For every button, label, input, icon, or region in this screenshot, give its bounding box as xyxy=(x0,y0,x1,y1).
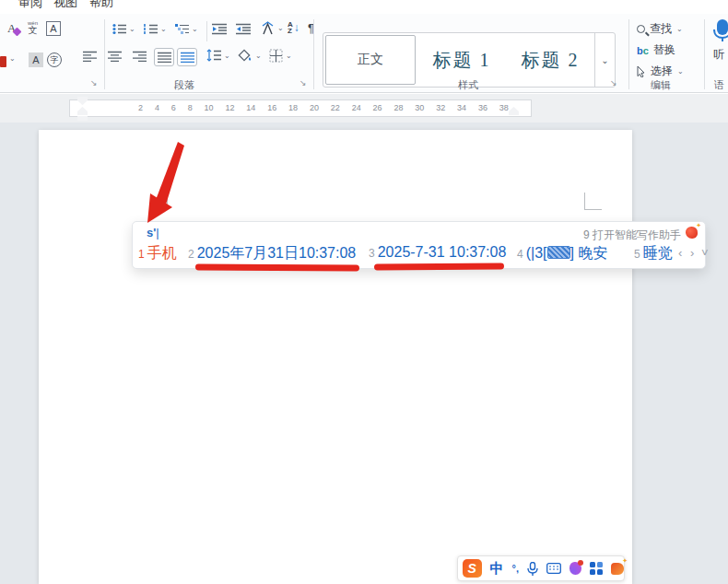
character-shading-button[interactable]: A xyxy=(29,53,43,67)
align-center-button[interactable] xyxy=(108,51,122,63)
ime-prev-page-button[interactable]: ‹ xyxy=(678,246,682,260)
borders-icon xyxy=(269,49,283,63)
ruler-number: 12 xyxy=(225,103,234,112)
paragraph-dialog-launcher[interactable]: ↘ xyxy=(299,78,309,88)
ime-candidate-1[interactable]: 1手机 xyxy=(138,244,177,263)
shading-button[interactable]: ⌄ xyxy=(238,49,262,63)
annotation-underline-1 xyxy=(195,263,359,271)
chinese-mode-toggle[interactable]: 中 xyxy=(490,560,504,578)
styles-dialog-launcher[interactable]: ↘ xyxy=(610,78,619,88)
document-page[interactable] xyxy=(39,130,632,584)
multilevel-list-icon xyxy=(175,23,189,35)
clear-formatting-button[interactable]: A xyxy=(7,21,20,36)
enclose-characters-button[interactable]: 字 xyxy=(47,53,62,67)
editing-group-label: 编辑 xyxy=(651,78,671,92)
menu-bar: 审阅 视图 帮助 xyxy=(0,0,728,14)
replace-button[interactable]: bc 替换 xyxy=(637,42,675,58)
left-indent-marker[interactable] xyxy=(77,116,88,121)
character-scaling-button[interactable]: ⌄ xyxy=(260,21,284,35)
sort-icon: AZ xyxy=(288,21,293,34)
ruler-number: 4 xyxy=(155,103,159,112)
decrease-indent-icon xyxy=(212,23,227,35)
borders-button[interactable]: ⌄ xyxy=(269,49,292,63)
font-dialog-launcher[interactable]: ↘ xyxy=(90,78,100,88)
distribute-icon xyxy=(181,52,194,64)
ruler-number: 28 xyxy=(393,103,403,112)
ruler-number: 36 xyxy=(478,103,487,112)
bullets-button[interactable]: ⌄ xyxy=(112,23,135,35)
sogou-logo[interactable]: S xyxy=(463,559,482,578)
ime-candidate-5[interactable]: 5睡觉 xyxy=(634,244,673,263)
menu-help[interactable]: 帮助 xyxy=(89,0,113,11)
multilevel-list-button[interactable]: ⌄ xyxy=(175,23,198,35)
menu-view[interactable]: 视图 xyxy=(53,0,77,11)
annotation-underline-2 xyxy=(374,263,504,271)
ime-candidate-2[interactable]: 22025年7月31日10:37:08 xyxy=(188,244,356,263)
ruler-number: 8 xyxy=(188,103,193,112)
font-color-button[interactable]: ⌄ xyxy=(0,54,16,63)
toolbox-button[interactable] xyxy=(590,562,603,575)
voice-group-label: 语 xyxy=(714,78,724,92)
ime-candidate-window: s'| 9 打开智能写作助手 1手机 22025年7月31日10:37:08 3… xyxy=(132,221,706,269)
punctuation-toggle[interactable]: °, xyxy=(512,563,519,574)
ime-composition-input[interactable]: s'| xyxy=(147,226,159,239)
ime-next-page-button[interactable]: › xyxy=(690,246,694,260)
increase-indent-icon xyxy=(236,23,251,35)
find-button[interactable]: 查找 ⌄ xyxy=(637,21,683,37)
virtual-keyboard-button[interactable] xyxy=(546,563,561,574)
justify-button[interactable] xyxy=(154,48,174,66)
app-window: 审阅 视图 帮助 A wén 文 A ⌄ A 字 ↘ xyxy=(0,0,728,584)
chevron-down-icon: ⌄ xyxy=(601,55,608,65)
ime-candidate-4[interactable]: 4(|3[] 晚安 xyxy=(517,244,607,263)
ruler-number: 10 xyxy=(205,103,214,112)
character-scaling-icon xyxy=(260,21,276,35)
numbering-icon xyxy=(144,23,158,35)
align-left-icon xyxy=(83,51,97,63)
ruler-number: 16 xyxy=(267,103,276,112)
menu-review[interactable]: 审阅 xyxy=(18,0,42,11)
microphone-icon[interactable] xyxy=(713,18,728,42)
ruler-numbers: 2468101214161820222426283032343638 xyxy=(138,103,509,112)
cursor-icon xyxy=(637,66,646,77)
select-button[interactable]: 选择 ⌄ xyxy=(637,64,684,79)
ruler-number: 34 xyxy=(457,103,466,112)
align-right-button[interactable] xyxy=(133,51,147,63)
enclose-characters-icon: 字 xyxy=(47,53,62,67)
bullets-icon xyxy=(112,23,126,35)
text-caret: | xyxy=(156,226,159,239)
line-spacing-button[interactable]: ⌄ xyxy=(206,49,230,62)
ruler-number: 38 xyxy=(499,103,509,112)
style-normal[interactable]: 正文 xyxy=(325,35,416,85)
keyboard-icon xyxy=(546,563,561,574)
sort-button[interactable]: AZ ↓ xyxy=(288,21,299,34)
ime-candidate-3[interactable]: 32025-7-31 10:37:08 xyxy=(369,244,506,261)
ruler-number: 30 xyxy=(415,103,424,112)
align-left-button[interactable] xyxy=(83,51,97,63)
ruler-number: 14 xyxy=(246,103,255,112)
search-icon xyxy=(637,25,645,33)
style-heading2[interactable]: 标题 2 xyxy=(506,33,594,87)
assistant-icon xyxy=(686,227,698,239)
distribute-button[interactable] xyxy=(177,48,197,66)
skin-center-button[interactable] xyxy=(569,562,581,575)
smart-assistant-button[interactable] xyxy=(611,563,624,575)
ruler-number: 2 xyxy=(138,103,143,112)
ribbon: A wén 文 A ⌄ A 字 ↘ ⌄ ⌄ xyxy=(0,14,728,93)
character-border-button[interactable]: A xyxy=(46,21,61,36)
justify-icon xyxy=(158,52,171,64)
increase-indent-button[interactable] xyxy=(236,23,251,35)
ime-assistant-hint[interactable]: 9 打开智能写作助手 xyxy=(583,228,681,243)
ruler: 2468101214161820222426283032343638 xyxy=(0,94,728,123)
align-right-icon xyxy=(133,51,147,63)
ruler-number: 26 xyxy=(373,103,382,112)
ruler-number: 20 xyxy=(310,103,319,112)
margin-crop-mark xyxy=(167,193,168,209)
font-color-icon xyxy=(0,56,6,67)
phonetic-guide-button[interactable]: wén 文 xyxy=(28,20,38,35)
ime-expand-button[interactable]: ˅ xyxy=(701,246,709,260)
numbering-button[interactable]: ⌄ xyxy=(144,23,167,35)
decrease-indent-button[interactable] xyxy=(212,23,227,35)
voice-input-button[interactable] xyxy=(527,562,538,576)
group-separator xyxy=(104,19,105,89)
paragraph-group-label: 段落 xyxy=(174,78,194,92)
